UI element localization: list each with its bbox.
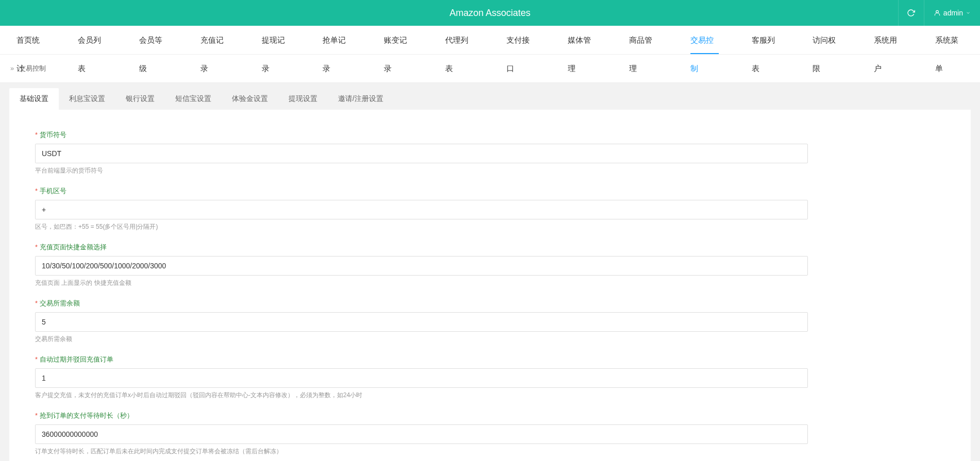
nav-item-5[interactable]: 抢单记录 — [306, 26, 367, 54]
tab-5[interactable]: 提现设置 — [278, 88, 328, 110]
tab-4[interactable]: 体验金设置 — [222, 88, 278, 110]
nav-item-0[interactable]: 首页统计 — [0, 26, 61, 54]
hint-currency: 平台前端显示的货币符号 — [35, 166, 808, 175]
nav-item-11[interactable]: 交易控制 — [674, 26, 735, 54]
input-trade-balance[interactable] — [35, 312, 808, 332]
field-pay-wait: *抢到订单的支付等待时长（秒） 订单支付等待时长，匹配订单后未在此时间内完成支付… — [35, 411, 808, 456]
tab-1[interactable]: 利息宝设置 — [59, 88, 115, 110]
input-pay-wait[interactable] — [35, 424, 808, 444]
chevron-down-icon — [966, 10, 971, 15]
nav-item-2[interactable]: 会员等级 — [123, 26, 184, 54]
field-phone-prefix: *手机区号 区号，如巴西：+55 = 55(多个区号用|分隔开) — [35, 186, 808, 231]
nav-item-13[interactable]: 访问权限 — [796, 26, 857, 54]
label-auto-expire: *自动过期并驳回充值订单 — [35, 355, 808, 364]
refresh-button[interactable] — [898, 0, 924, 26]
header: Amazon Associates admin — [0, 0, 980, 26]
hint-phone-prefix: 区号，如巴西：+55 = 55(多个区号用|分隔开) — [35, 223, 808, 231]
tab-0[interactable]: 基础设置 — [9, 88, 59, 110]
user-icon — [934, 9, 941, 16]
field-quick-amounts: *充值页面快捷金额选择 充值页面 上面显示的 快捷充值金额 — [35, 243, 808, 287]
tab-2[interactable]: 银行设置 — [115, 88, 165, 110]
hint-auto-expire: 客户提交充值，未支付的充值订单x小时后自动过期驳回（驳回内容在帮助中心-文本内容… — [35, 391, 808, 400]
nav-item-14[interactable]: 系统用户 — [857, 26, 919, 54]
header-actions: admin — [898, 0, 980, 26]
hint-pay-wait: 订单支付等待时长，匹配订单后未在此时间内完成支付提交订单将会被冻结（需后台解冻） — [35, 447, 808, 456]
field-trade-balance: *交易所需余额 交易所需余额 — [35, 299, 808, 344]
user-name: admin — [943, 9, 963, 17]
nav-item-7[interactable]: 代理列表 — [429, 26, 490, 54]
field-currency: *货币符号 平台前端显示的货币符号 — [35, 130, 808, 175]
user-menu[interactable]: admin — [924, 0, 980, 26]
svg-point-0 — [936, 10, 939, 13]
nav-item-8[interactable]: 支付接口 — [490, 26, 551, 54]
label-currency: *货币符号 — [35, 130, 808, 140]
nav-item-15[interactable]: 系统菜单 — [919, 26, 980, 54]
nav-item-12[interactable]: 客服列表 — [735, 26, 797, 54]
form-panel: *货币符号 平台前端显示的货币符号 *手机区号 区号，如巴西：+55 = 55(… — [9, 110, 971, 461]
input-currency[interactable] — [35, 144, 808, 163]
field-auto-expire: *自动过期并驳回充值订单 客户提交充值，未支付的充值订单x小时后自动过期驳回（驳… — [35, 355, 808, 400]
input-phone-prefix[interactable] — [35, 200, 808, 219]
hint-quick-amounts: 充值页面 上面显示的 快捷充值金额 — [35, 279, 808, 287]
breadcrumb-sep: » — [10, 64, 14, 72]
app-title: Amazon Associates — [0, 8, 980, 19]
label-trade-balance: *交易所需余额 — [35, 299, 808, 308]
breadcrumb: » 交易控制 — [0, 55, 980, 83]
refresh-icon — [907, 9, 915, 17]
nav-item-1[interactable]: 会员列表 — [61, 26, 123, 54]
label-phone-prefix: *手机区号 — [35, 186, 808, 196]
hint-trade-balance: 交易所需余额 — [35, 335, 808, 344]
nav-item-9[interactable]: 媒体管理 — [551, 26, 613, 54]
tab-6[interactable]: 邀请/注册设置 — [328, 88, 394, 110]
nav-item-3[interactable]: 充值记录 — [184, 26, 245, 54]
content: 基础设置利息宝设置银行设置短信宝设置体验金设置提现设置邀请/注册设置 *货币符号… — [0, 83, 980, 461]
nav-item-4[interactable]: 提现记录 — [245, 26, 307, 54]
tabs: 基础设置利息宝设置银行设置短信宝设置体验金设置提现设置邀请/注册设置 — [0, 83, 980, 110]
tab-3[interactable]: 短信宝设置 — [165, 88, 222, 110]
nav-item-10[interactable]: 商品管理 — [613, 26, 674, 54]
input-quick-amounts[interactable] — [35, 256, 808, 276]
label-quick-amounts: *充值页面快捷金额选择 — [35, 243, 808, 252]
label-pay-wait: *抢到订单的支付等待时长（秒） — [35, 411, 808, 420]
input-auto-expire[interactable] — [35, 368, 808, 388]
nav-item-6[interactable]: 账变记录 — [367, 26, 429, 54]
main-nav: 首页统计会员列表会员等级充值记录提现记录抢单记录账变记录代理列表支付接口媒体管理… — [0, 26, 980, 55]
